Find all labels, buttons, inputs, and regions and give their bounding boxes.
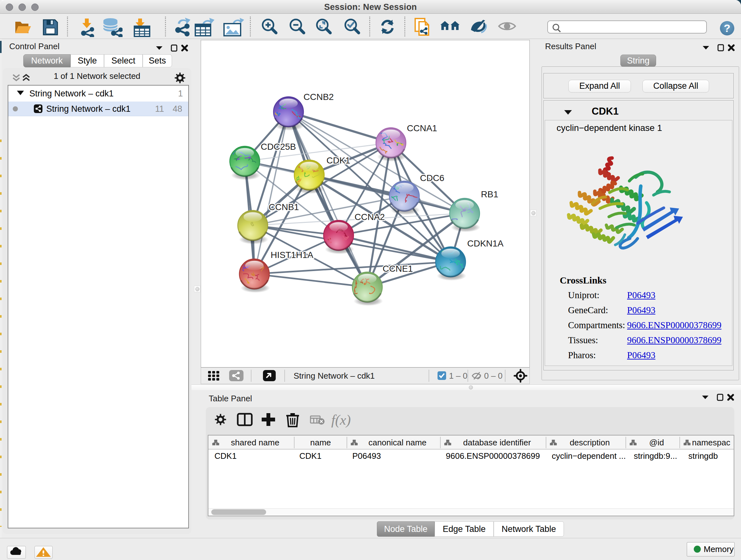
svg-text:@id: @id <box>649 438 664 447</box>
svg-text:CDKN1A: CDKN1A <box>467 239 503 248</box>
svg-text:String Network – cdk1: String Network – cdk1 <box>293 371 375 381</box>
svg-text:48: 48 <box>173 104 182 114</box>
svg-text:CCNE1: CCNE1 <box>383 264 413 273</box>
svg-text:CCNB1: CCNB1 <box>269 202 299 212</box>
svg-text:canonical name: canonical name <box>368 438 426 447</box>
svg-text:11: 11 <box>155 104 164 114</box>
svg-text:CCNB2: CCNB2 <box>304 92 334 102</box>
svg-text:shared name: shared name <box>231 438 280 447</box>
svg-text:HIST1H1A: HIST1H1A <box>271 250 313 260</box>
svg-text:String Network – cdk1: String Network – cdk1 <box>29 89 114 98</box>
svg-text:database identifier: database identifier <box>463 438 531 447</box>
svg-text:name: name <box>310 438 331 447</box>
svg-text:0 – 0: 0 – 0 <box>484 371 502 381</box>
svg-text:1 of 1 Network selected: 1 of 1 Network selected <box>54 71 140 81</box>
svg-text:description: description <box>569 438 610 447</box>
svg-text:CCNA2: CCNA2 <box>354 212 385 222</box>
svg-text:1: 1 <box>178 89 183 98</box>
svg-text:f(x): f(x) <box>331 412 351 428</box>
svg-text:1 – 0: 1 – 0 <box>449 371 468 381</box>
svg-text:String Network – cdk1: String Network – cdk1 <box>46 104 131 114</box>
svg-text:CDC6: CDC6 <box>420 173 444 183</box>
svg-text:RB1: RB1 <box>481 189 498 199</box>
svg-text:Memory: Memory <box>704 544 734 554</box>
svg-text:CDK1: CDK1 <box>327 155 350 165</box>
svg-text:CCNA1: CCNA1 <box>407 123 437 133</box>
svg-text:namespac: namespac <box>692 438 731 447</box>
svg-text:CDC25B: CDC25B <box>261 142 296 152</box>
